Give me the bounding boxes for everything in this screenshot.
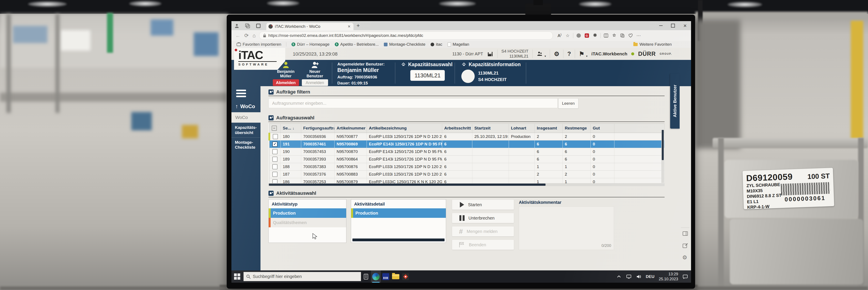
sidebar-item-kapazitaetsuebersicht[interactable]: Kapazitäts-übersicht — [231, 123, 260, 138]
favorite-duerr-homepage[interactable]: S Dürr – Homepage — [291, 42, 330, 47]
order-filter-input[interactable] — [269, 98, 558, 108]
browser-tab[interactable]: iTAC.Workbench - WoCo × — [266, 23, 353, 30]
sidebar-item-montage-checkliste[interactable]: Montage-Checkliste — [231, 138, 260, 152]
logout-button[interactable]: Abmelden — [273, 79, 299, 86]
login-button[interactable]: Anmelden — [302, 79, 328, 86]
activity-comment-input[interactable] — [519, 207, 614, 250]
copy-page-icon[interactable] — [619, 32, 626, 39]
order-cell-filler — [614, 171, 664, 178]
tray-speaker-icon[interactable] — [636, 274, 642, 280]
extension-gray-icon[interactable] — [575, 32, 582, 39]
address-bar[interactable]: https://mse-svmes02.emea.duerr.int:8181/… — [259, 31, 553, 40]
column-header[interactable]: Artikelbezeichnung — [367, 124, 442, 133]
flag-icon[interactable]: ⚑ — [579, 51, 584, 58]
activity-detail-production[interactable]: Production — [351, 208, 446, 218]
extensions-puzzle-icon[interactable] — [591, 32, 599, 39]
interrupt-button[interactable]: Unterbrechen — [452, 213, 514, 223]
home-icon[interactable]: ⌂ — [252, 32, 256, 38]
window-restore-button[interactable] — [667, 21, 679, 30]
workspaces-icon[interactable] — [245, 23, 250, 29]
read-aloud-icon[interactable]: A) — [556, 32, 563, 39]
column-header[interactable]: Lohnart — [509, 124, 534, 133]
column-header[interactable]: Fertigungsauftrag — [301, 124, 334, 133]
profile-icon[interactable] — [234, 23, 240, 29]
compose-icon[interactable] — [682, 242, 688, 249]
clear-filter-button[interactable]: Leeren — [558, 98, 579, 109]
sidebar-root-woco[interactable]: ↑ WoCo — [231, 99, 260, 112]
favorite-montage-checkliste[interactable]: Montage-Checkliste — [384, 42, 425, 47]
active-users-tab[interactable]: Aktive Benutzer — [670, 74, 680, 128]
favorite-apetito[interactable]: S Apetito - Betriebsre... — [335, 42, 379, 47]
activity-type-production[interactable]: Production — [269, 208, 346, 218]
task-view-icon[interactable] — [361, 270, 371, 283]
column-header[interactable]: Gut — [590, 124, 614, 133]
order-row[interactable]: 1807000356936N95700877EcoRP L033i 1250/1… — [269, 133, 664, 141]
sidebar-item-woco-active[interactable]: WoCo — [231, 112, 260, 123]
order-row[interactable]: 1907000357453N95700870EcoRP E143i 1250/1… — [269, 148, 664, 155]
column-header[interactable]: Arbeitsschritt — [442, 124, 472, 133]
blue-app-icon[interactable] — [381, 270, 391, 283]
favorite-star-icon[interactable]: ☆ — [564, 32, 571, 39]
column-header[interactable]: Se...↓ — [280, 124, 301, 133]
column-header[interactable]: Restmenge — [562, 124, 590, 133]
edge-taskbar-icon[interactable] — [371, 270, 381, 283]
refresh-icon[interactable]: ⟳ — [244, 32, 249, 38]
order-row[interactable]: 1897000357393N95700864EcoRP E143i 1250/1… — [269, 155, 664, 163]
favorite-magellan[interactable]: Magellan — [447, 42, 469, 47]
language-indicator[interactable]: DEU — [646, 274, 654, 279]
settings-more-icon[interactable]: ⋯ — [635, 32, 642, 39]
taskbar-search[interactable]: Suchbegriff hier eingeben — [244, 272, 361, 281]
more-favorites[interactable]: Weitere Favoriten — [633, 42, 672, 47]
back-icon[interactable]: ← — [235, 32, 241, 38]
activity-type-qualitaetsthemen[interactable]: Qualitätsthemen — [269, 218, 346, 227]
capacity-select-button[interactable]: 1130ML21 — [410, 70, 445, 81]
window-minimize-button[interactable] — [655, 21, 667, 30]
row-checkbox[interactable] — [272, 149, 278, 154]
red-app-icon[interactable] — [401, 270, 410, 283]
select-all-checkbox[interactable]: – — [269, 124, 280, 133]
row-checkbox[interactable]: ✓ — [272, 142, 278, 147]
order-row[interactable]: ✓1917000357461N95700869EcoRP E143i 1250/… — [269, 141, 664, 148]
window-close-button[interactable]: × — [679, 21, 691, 30]
tab-actions-icon[interactable] — [255, 23, 261, 29]
order-cell: N95700877 — [334, 133, 367, 141]
file-explorer-icon[interactable] — [391, 270, 401, 283]
favorites-import[interactable]: Favoriten importieren — [237, 42, 281, 47]
taskbar-clock[interactable]: 13:29 25.10.2023 — [659, 272, 678, 281]
order-cell — [509, 163, 534, 171]
order-row[interactable]: 1877000357376N95700883EcoRP L033i 1250/1… — [269, 171, 664, 178]
table-vertical-scrollbar[interactable] — [661, 130, 664, 183]
start-button[interactable]: Starten — [452, 200, 514, 210]
split-screen-icon[interactable] — [602, 32, 610, 39]
table-horizontal-scrollbar[interactable] — [269, 183, 664, 186]
help-icon[interactable]: ? — [567, 51, 571, 57]
row-checkbox[interactable] — [272, 172, 278, 177]
report-quantities-button[interactable]: # Mengen melden — [452, 227, 514, 236]
browser-essentials-icon[interactable] — [627, 32, 634, 39]
tab-close-icon[interactable]: × — [347, 24, 351, 29]
notification-center-icon[interactable] — [682, 274, 688, 280]
settings-gear-icon[interactable]: ⚙ — [554, 51, 559, 58]
row-checkbox[interactable] — [272, 164, 278, 169]
row-checkbox[interactable] — [273, 134, 278, 139]
column-header[interactable]: Artikelnummer — [334, 124, 367, 133]
finish-button[interactable]: Beenden — [452, 240, 514, 250]
order-row[interactable]: 1887000357383N95700876EcoRP L033i 1250/1… — [269, 163, 664, 171]
start-button[interactable] — [234, 273, 241, 280]
tray-display-icon[interactable] — [626, 274, 631, 280]
collections-icon[interactable] — [611, 32, 618, 39]
online-status-dot — [631, 52, 634, 55]
yellow-strip — [851, 21, 863, 140]
extension-red-icon[interactable]: G — [583, 32, 590, 39]
sidebar-panel-icon[interactable] — [682, 231, 688, 237]
new-tab-button[interactable]: + — [356, 22, 360, 29]
favorite-itac[interactable]: itac — [431, 42, 442, 47]
tray-chevron-up-icon[interactable] — [616, 274, 622, 280]
column-header[interactable]: Insgesamt — [534, 124, 562, 133]
column-header[interactable]: Startzeit — [472, 124, 509, 133]
detail-scrollbar[interactable] — [352, 238, 444, 241]
users-menu-icon[interactable] — [536, 51, 543, 57]
row-checkbox[interactable] — [272, 157, 278, 162]
rail-settings-gear-icon[interactable]: ⚙ — [682, 254, 688, 260]
menu-hamburger-icon[interactable] — [236, 90, 246, 97]
